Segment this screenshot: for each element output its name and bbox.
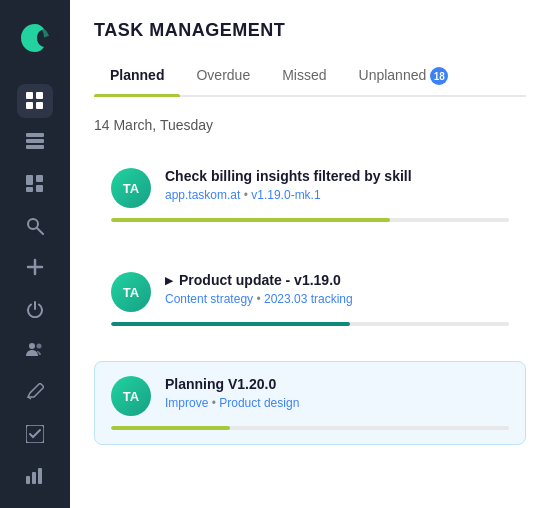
task-links: Improve • Product design (165, 396, 509, 410)
progress-bar (111, 218, 509, 222)
tab-missed[interactable]: Missed (266, 57, 342, 95)
widget-icon[interactable] (17, 167, 53, 201)
svg-rect-22 (38, 468, 42, 484)
progress-bar (111, 426, 509, 430)
edit-icon[interactable] (17, 375, 53, 409)
unplanned-badge: 18 (430, 67, 448, 85)
avatar: TA (111, 168, 151, 208)
tab-planned[interactable]: Planned (94, 57, 180, 95)
progress-fill (111, 322, 350, 326)
svg-line-13 (37, 228, 43, 234)
progress-fill (111, 218, 390, 222)
task-link-1[interactable]: Improve (165, 396, 208, 410)
progress-fill (111, 426, 230, 430)
search-icon[interactable] (17, 209, 53, 243)
avatar: TA (111, 272, 151, 312)
task-links: Content strategy • 2023.03 tracking (165, 292, 509, 306)
task-card[interactable]: TA ▶ Product update - v1.19.0 Content st… (94, 257, 526, 341)
page-title: TASK MANAGEMENT (94, 20, 526, 41)
svg-rect-11 (36, 185, 43, 192)
svg-rect-4 (36, 102, 43, 109)
app-logo[interactable] (13, 16, 57, 60)
tab-unplanned[interactable]: Unplanned18 (343, 57, 465, 95)
svg-rect-21 (32, 472, 36, 484)
task-link-2[interactable]: v1.19.0-mk.1 (251, 188, 320, 202)
progress-bar (111, 322, 509, 326)
main-content: TASK MANAGEMENT Planned Overdue Missed U… (70, 0, 550, 508)
sidebar (0, 0, 70, 508)
task-link-1[interactable]: Content strategy (165, 292, 253, 306)
svg-rect-6 (26, 139, 44, 143)
power-icon[interactable] (17, 292, 53, 326)
svg-rect-2 (36, 92, 43, 99)
table-icon[interactable] (17, 126, 53, 160)
play-icon: ▶ (165, 275, 173, 286)
header: TASK MANAGEMENT Planned Overdue Missed U… (70, 0, 550, 97)
svg-point-16 (29, 343, 35, 349)
task-link-2[interactable]: Product design (219, 396, 299, 410)
date-label: 14 March, Tuesday (94, 117, 526, 133)
task-link-1[interactable]: app.taskom.at (165, 188, 240, 202)
task-card[interactable]: TA Planning V1.20.0 Improve • Product de… (94, 361, 526, 445)
task-info: Planning V1.20.0 Improve • Product desig… (165, 376, 509, 410)
svg-rect-20 (26, 476, 30, 484)
svg-rect-5 (26, 133, 44, 137)
people-icon[interactable] (17, 334, 53, 368)
grid-icon[interactable] (17, 84, 53, 118)
task-title: Check billing insights filtered by skill (165, 168, 509, 184)
task-link-2[interactable]: 2023.03 tracking (264, 292, 353, 306)
svg-point-17 (37, 344, 42, 349)
task-title: Planning V1.20.0 (165, 376, 509, 392)
svg-rect-7 (26, 145, 44, 149)
check-icon[interactable] (17, 417, 53, 451)
task-info: ▶ Product update - v1.19.0 Content strat… (165, 272, 509, 306)
svg-rect-10 (26, 187, 33, 192)
task-links: app.taskom.at • v1.19.0-mk.1 (165, 188, 509, 202)
chart-icon[interactable] (17, 458, 53, 492)
tab-overdue[interactable]: Overdue (180, 57, 266, 95)
tabs-container: Planned Overdue Missed Unplanned18 (94, 57, 526, 97)
svg-rect-9 (36, 175, 43, 182)
task-title: ▶ Product update - v1.19.0 (165, 272, 509, 288)
task-card[interactable]: TA Check billing insights filtered by sk… (94, 153, 526, 237)
avatar: TA (111, 376, 151, 416)
svg-rect-3 (26, 102, 33, 109)
svg-rect-1 (26, 92, 33, 99)
task-info: Check billing insights filtered by skill… (165, 168, 509, 202)
add-icon[interactable] (17, 250, 53, 284)
content-area: 14 March, Tuesday TA Check billing insig… (70, 97, 550, 508)
svg-rect-8 (26, 175, 33, 185)
